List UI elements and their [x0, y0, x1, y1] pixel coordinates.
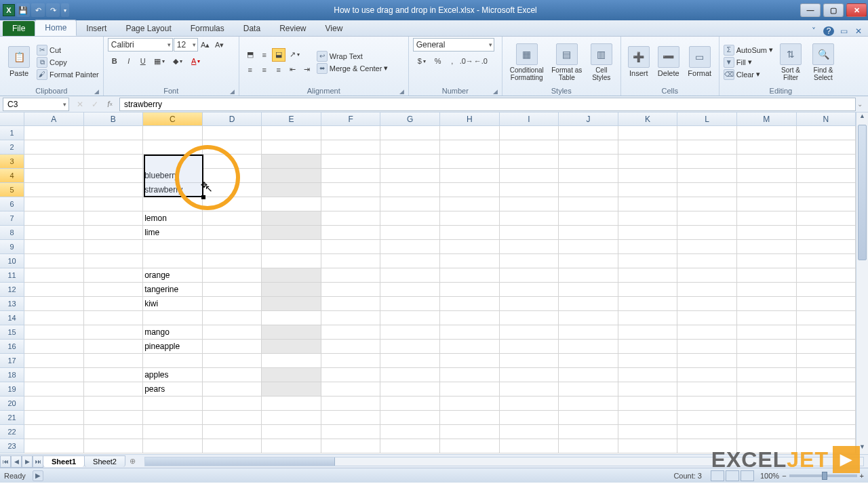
delete-cells-button[interactable]: ➖Delete: [655, 40, 682, 85]
align-right-icon[interactable]: ≡: [272, 63, 285, 77]
cell-I2[interactable]: [500, 140, 559, 155]
row-header-11[interactable]: 11: [0, 268, 24, 283]
cell-I13[interactable]: [500, 297, 559, 311]
cell-J9[interactable]: [559, 240, 618, 254]
column-header-K[interactable]: K: [618, 113, 678, 126]
cell-H6[interactable]: [440, 197, 500, 211]
cell-E2[interactable]: [262, 140, 321, 155]
close-button[interactable]: ✕: [846, 3, 867, 17]
cell-B11[interactable]: [84, 268, 144, 283]
cell-A16[interactable]: [24, 340, 84, 354]
autosum-button[interactable]: ΣAutoSum ▾: [724, 45, 773, 56]
cell-C23[interactable]: [143, 439, 203, 453]
cell-A7[interactable]: [24, 211, 84, 226]
cell-G5[interactable]: [380, 183, 440, 197]
cell-C16[interactable]: pineapple: [143, 340, 203, 354]
cell-A21[interactable]: [24, 411, 84, 425]
cell-F2[interactable]: [321, 140, 381, 155]
cell-J6[interactable]: [559, 197, 618, 211]
cells-area[interactable]: strawberryblueberrystrawberrylemonlimeor…: [24, 126, 856, 454]
cell-C3[interactable]: strawberry: [143, 155, 203, 169]
cell-D20[interactable]: [203, 396, 262, 411]
cell-C1[interactable]: [143, 126, 203, 140]
cell-F6[interactable]: [321, 197, 381, 211]
cell-A15[interactable]: [24, 325, 84, 340]
row-header-1[interactable]: 1: [0, 126, 24, 140]
cell-B21[interactable]: [84, 411, 144, 425]
cell-L7[interactable]: [677, 211, 737, 226]
align-center-icon[interactable]: ≡: [258, 63, 271, 77]
tab-home[interactable]: Home: [35, 20, 77, 36]
cell-D2[interactable]: [203, 140, 262, 155]
cell-E11[interactable]: [262, 268, 321, 283]
cell-J1[interactable]: [559, 126, 618, 140]
cell-H7[interactable]: [440, 211, 500, 226]
cell-C8[interactable]: lime: [143, 226, 203, 240]
cell-I10[interactable]: [500, 254, 559, 268]
border-button[interactable]: ▦: [151, 54, 168, 68]
row-header-20[interactable]: 20: [0, 396, 24, 411]
help-icon[interactable]: ?: [823, 26, 834, 36]
underline-button[interactable]: U: [136, 54, 150, 68]
cell-N19[interactable]: [797, 382, 856, 396]
increase-indent-icon[interactable]: ⇥: [300, 63, 314, 77]
cell-C18[interactable]: apples: [143, 368, 203, 382]
cancel-formula-icon[interactable]: ✕: [73, 98, 87, 111]
cell-L4[interactable]: [677, 169, 737, 183]
cell-J17[interactable]: [559, 354, 618, 368]
sheet-tab-1[interactable]: Sheet1: [43, 455, 85, 467]
cell-E6[interactable]: [262, 197, 321, 211]
cell-M15[interactable]: [737, 325, 797, 340]
row-header-13[interactable]: 13: [0, 297, 24, 311]
cell-D13[interactable]: [203, 297, 262, 311]
cell-K11[interactable]: [618, 268, 678, 283]
cell-J20[interactable]: [559, 396, 618, 411]
cell-C20[interactable]: [143, 396, 203, 411]
tab-formulas[interactable]: Formulas: [181, 21, 234, 36]
cell-H23[interactable]: [440, 439, 500, 453]
cut-button[interactable]: ✂Cut: [37, 45, 99, 56]
cell-N11[interactable]: [797, 268, 856, 283]
cell-K16[interactable]: [618, 340, 678, 354]
find-select-button[interactable]: 🔍Find & Select: [808, 40, 838, 85]
row-header-5[interactable]: 5: [0, 183, 24, 197]
cell-G21[interactable]: [380, 411, 440, 425]
row-header-14[interactable]: 14: [0, 311, 24, 325]
cell-A17[interactable]: [24, 354, 84, 368]
cell-J5[interactable]: [559, 183, 618, 197]
cell-A9[interactable]: [24, 240, 84, 254]
cell-L22[interactable]: [677, 425, 737, 439]
cell-B1[interactable]: [84, 126, 144, 140]
fill-handle[interactable]: [201, 195, 205, 199]
cell-M19[interactable]: [737, 382, 797, 396]
cell-E1[interactable]: [262, 126, 321, 140]
cell-G9[interactable]: [380, 240, 440, 254]
cell-G7[interactable]: [380, 211, 440, 226]
zoom-in-icon[interactable]: +: [860, 472, 864, 480]
cell-C12[interactable]: tangerine: [143, 283, 203, 297]
window-close-icon[interactable]: ✕: [853, 26, 864, 36]
window-restore-icon[interactable]: ▭: [838, 26, 849, 36]
row-header-8[interactable]: 8: [0, 226, 24, 240]
cell-D12[interactable]: [203, 283, 262, 297]
cell-I6[interactable]: [500, 197, 559, 211]
cell-G10[interactable]: [380, 254, 440, 268]
cell-K7[interactable]: [618, 211, 678, 226]
cell-D4[interactable]: [203, 169, 262, 183]
cell-K6[interactable]: [618, 197, 678, 211]
cell-L9[interactable]: [677, 240, 737, 254]
cell-B16[interactable]: [84, 340, 144, 354]
cell-B15[interactable]: [84, 325, 144, 340]
cell-M6[interactable]: [737, 197, 797, 211]
cell-L16[interactable]: [677, 340, 737, 354]
cell-H17[interactable]: [440, 354, 500, 368]
cell-L21[interactable]: [677, 411, 737, 425]
cell-M18[interactable]: [737, 368, 797, 382]
sort-filter-button[interactable]: ⇅Sort & Filter: [776, 40, 806, 85]
cell-C4[interactable]: blueberry: [143, 169, 203, 183]
row-header-12[interactable]: 12: [0, 283, 24, 297]
cell-C19[interactable]: pears: [143, 382, 203, 396]
cell-K22[interactable]: [618, 425, 678, 439]
cell-H14[interactable]: [440, 311, 500, 325]
cell-L12[interactable]: [677, 283, 737, 297]
